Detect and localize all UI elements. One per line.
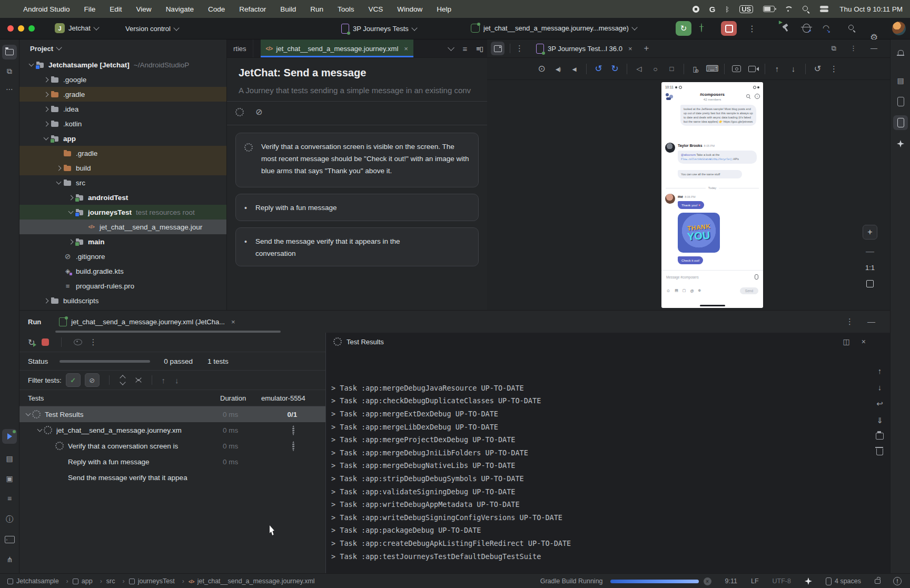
problems-tool-button[interactable]: ⓘ: [2, 512, 17, 527]
device-toolbar-icon[interactable]: [728, 58, 745, 79]
menu-item[interactable]: Run: [310, 5, 323, 13]
battery-icon[interactable]: [763, 6, 775, 12]
spotlight-icon[interactable]: [802, 5, 810, 13]
console-output[interactable]: > Task :app:mergeDebugJavaResource UP-TO…: [331, 343, 848, 574]
tree-chevron-icon[interactable]: [27, 58, 35, 72]
menu-item[interactable]: Window: [397, 5, 422, 13]
tree-chevron-icon[interactable]: [66, 205, 75, 219]
device-toolbar-icon[interactable]: [769, 58, 785, 79]
fit-to-window-button[interactable]: [863, 277, 877, 291]
tree-chevron-icon[interactable]: [66, 235, 75, 248]
tree-chevron-icon[interactable]: [42, 117, 50, 131]
profiler-icon[interactable]: ↗: [803, 24, 810, 33]
device-toolbar-icon[interactable]: [566, 58, 582, 79]
keyboard-layout[interactable]: US: [739, 5, 753, 13]
device-toolbar-icon[interactable]: [627, 64, 627, 74]
close-console-icon[interactable]: ×: [862, 337, 866, 346]
device-toolbar-icon[interactable]: [631, 58, 647, 79]
device-toolbar-icon[interactable]: [647, 58, 664, 79]
emulator-screen[interactable]: 10:11 #composers 42 members i looked at …: [661, 82, 763, 308]
device-column-header[interactable]: emulator-5554: [261, 394, 323, 402]
user-avatar[interactable]: [892, 22, 906, 35]
project-panel-header[interactable]: Project: [19, 39, 226, 57]
tree-row[interactable]: jet_chat__send_a_message.jour: [19, 220, 226, 234]
tree-row[interactable]: androidTest: [19, 190, 226, 205]
tree-chevron-icon[interactable]: [42, 294, 50, 307]
run-tool-button[interactable]: [2, 429, 17, 444]
tree-row[interactable]: .idea: [19, 102, 226, 116]
reader-mode-icon[interactable]: ≡▯: [476, 45, 483, 53]
editor-tab-partial[interactable]: rties: [227, 39, 253, 57]
show-ignored-toggle[interactable]: ⊘: [85, 373, 100, 387]
terminal-tool-button[interactable]: ›: [2, 532, 17, 547]
device-toolbar-icon[interactable]: [684, 64, 684, 74]
stop-tests-icon[interactable]: [42, 338, 49, 346]
event-log-icon[interactable]: !: [893, 577, 902, 585]
device-toolbar-icon[interactable]: [809, 58, 826, 79]
run-tab[interactable]: jet_chat__send_a_message.journey.xml (Je…: [59, 317, 235, 326]
tree-chevron-icon[interactable]: [42, 102, 50, 116]
debug-button[interactable]: [701, 24, 702, 32]
breadcrumb[interactable]: src: [106, 577, 125, 585]
mic-icon[interactable]: [755, 274, 758, 280]
structure-tool-button[interactable]: ⧉: [2, 64, 17, 78]
close-run-tab-icon[interactable]: ×: [231, 318, 235, 326]
test-chevron-icon[interactable]: [35, 423, 44, 437]
device-toolbar-icon[interactable]: [586, 64, 587, 74]
tree-row[interactable]: journeysTest test resources root: [19, 205, 226, 220]
menu-item[interactable]: View: [136, 5, 152, 13]
caret-position[interactable]: 9:11: [725, 577, 737, 585]
tree-chevron-icon[interactable]: [54, 146, 63, 160]
tree-row[interactable]: proguard-rules.pro: [19, 278, 226, 293]
scroll-to-end-icon[interactable]: ⇓: [876, 416, 883, 425]
tree-row[interactable]: src: [19, 175, 226, 190]
image-icon[interactable]: ▢: [682, 288, 686, 293]
gemini-status-icon[interactable]: [805, 577, 812, 585]
tree-row[interactable]: Jetchatsample [Jetchat] ~/AndroidStudioP: [19, 57, 226, 72]
journey-step-card[interactable]: Verify that a conversation screen is vis…: [235, 133, 479, 187]
cancel-icon[interactable]: ⊘: [255, 107, 262, 117]
tree-chevron-icon[interactable]: [42, 73, 50, 86]
test-chevron-icon[interactable]: [47, 455, 55, 469]
tree-row[interactable]: .gradle: [19, 87, 226, 102]
device-toolbar-icon[interactable]: [724, 64, 725, 74]
stop-button[interactable]: [721, 21, 737, 36]
emoji-icon[interactable]: ☺: [666, 288, 670, 293]
device-toolbar-icon[interactable]: [607, 58, 623, 79]
tree-chevron-icon[interactable]: [66, 191, 75, 204]
file-encoding[interactable]: UTF-8: [773, 577, 791, 585]
tree-row[interactable]: .kotlin: [19, 116, 226, 131]
device-toolbar-icon[interactable]: [550, 58, 566, 79]
project-tool-button[interactable]: [2, 45, 17, 59]
gradle-build-status[interactable]: Gradle Build Running: [540, 577, 603, 585]
run-configuration-selector[interactable]: 3P Journeys Tests: [341, 24, 417, 34]
indent-widget[interactable]: 4 spaces: [826, 577, 861, 585]
device-toolbar-icon[interactable]: [590, 58, 607, 79]
open-in-window-icon[interactable]: ⧉: [832, 44, 836, 53]
run-panel-options-icon[interactable]: ⋮: [846, 317, 854, 326]
tree-chevron-icon[interactable]: [54, 279, 63, 293]
device-toolbar-icon[interactable]: [664, 58, 680, 79]
zoom-out-button[interactable]: —: [863, 245, 877, 258]
menu-item[interactable]: Navigate: [166, 5, 194, 13]
gif-icon[interactable]: ▤: [675, 288, 678, 293]
tree-row[interactable]: app: [19, 131, 226, 146]
google-icon[interactable]: G: [709, 5, 716, 14]
menu-item[interactable]: VCS: [369, 5, 383, 13]
device-manager-button[interactable]: ▤: [893, 73, 908, 88]
tree-chevron-icon[interactable]: [42, 132, 50, 145]
journey-step-card[interactable]: • Reply with a fun message: [235, 194, 479, 221]
tree-chevron-icon[interactable]: [54, 264, 63, 278]
menu-item[interactable]: Edit: [110, 5, 122, 13]
panel-options-icon[interactable]: ⋮: [850, 44, 857, 53]
git-tool-button[interactable]: ⋔: [2, 552, 17, 567]
clear-console-icon[interactable]: [876, 449, 883, 455]
collapse-all-icon[interactable]: [135, 376, 142, 384]
show-passed-toggle[interactable]: ✓: [66, 373, 81, 387]
tree-chevron-icon[interactable]: [42, 87, 50, 101]
test-row[interactable]: Send the message verify that it appea: [19, 470, 325, 485]
menu-item[interactable]: Android Studio: [23, 5, 70, 13]
tree-row[interactable]: buildscripts: [19, 293, 226, 308]
vcs-widget[interactable]: Version control: [125, 25, 179, 33]
tree-chevron-icon[interactable]: [78, 220, 86, 234]
